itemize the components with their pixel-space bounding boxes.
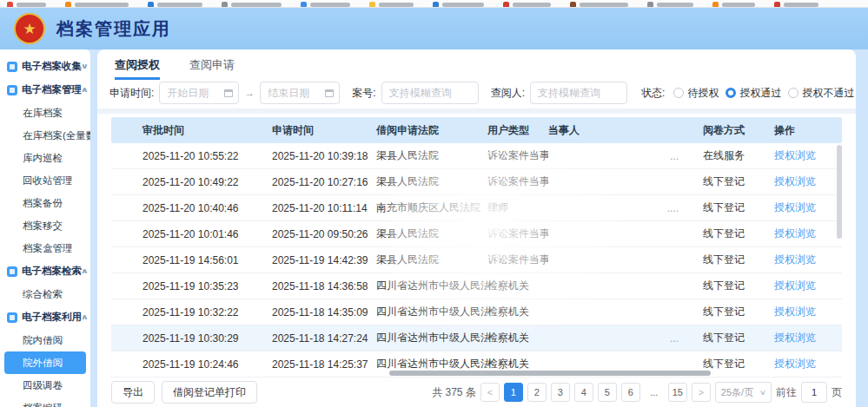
reader-input[interactable] <box>530 82 627 104</box>
sidebar-group-电子档案管理[interactable]: 电子档案管理∧ <box>0 78 90 102</box>
end-date-input[interactable] <box>260 82 340 104</box>
prev-page-button[interactable]: < <box>480 383 500 402</box>
sidebar-group-label: 电子档案收集 <box>22 60 82 73</box>
cell-action: 授权浏览 <box>774 279 842 293</box>
authorize-view-link[interactable]: 授权浏览 <box>774 175 816 187</box>
status-radio-授权不通过[interactable]: 授权不通过 <box>788 86 854 101</box>
cell-action: 授权浏览 <box>774 357 842 371</box>
tab-查阅申请[interactable]: 查阅申请 <box>189 57 235 77</box>
sidebar-group-电子档案检索[interactable]: 电子档案检索∧ <box>0 259 90 283</box>
sidebar-item-院内借阅[interactable]: 院内借阅 <box>0 329 90 351</box>
cell-apply-time: 2025-11-18 14:25:37 <box>272 358 376 371</box>
page-button-2[interactable]: 2 <box>527 383 547 402</box>
radio-label: 授权通过 <box>739 86 781 101</box>
authorize-view-link[interactable]: 授权浏览 <box>774 332 816 344</box>
bookmark-item[interactable] <box>222 2 282 8</box>
page-button-1[interactable]: 1 <box>504 383 523 402</box>
case-number-input[interactable] <box>381 82 479 104</box>
table-row[interactable]: 2025-11-19 10:32:222025-11-18 14:35:09四川… <box>111 299 842 325</box>
page-button-3[interactable]: 3 <box>551 383 570 402</box>
folder-icon <box>7 85 17 95</box>
goto-label: 前往 <box>776 385 797 400</box>
authorize-view-link[interactable]: 授权浏览 <box>774 149 816 161</box>
sidebar-group-电子档案收集[interactable]: 电子档案收集∨ <box>0 55 90 78</box>
column-header-借阅申请法院: 借阅申请法院 <box>376 123 487 138</box>
sidebar-item-在库档案(全量数据)[interactable]: 在库档案(全量数据) <box>0 124 90 147</box>
page-size-select[interactable]: 25条/页 ∨ <box>715 382 772 403</box>
table-row[interactable]: 2025-11-20 10:40:462025-11-20 10:11:14南充… <box>111 195 842 221</box>
sidebar-item-院外借阅[interactable]: 院外借阅 <box>4 351 86 374</box>
bookmark-item[interactable] <box>570 2 628 8</box>
next-page-button[interactable]: > <box>692 383 711 402</box>
folder-icon <box>7 312 17 323</box>
table-header-row: 审批时间申请时间借阅申请法院用户类型当事人阅卷方式操作 <box>111 117 842 143</box>
cell-apply-time: 2025-11-18 14:36:58 <box>272 280 376 292</box>
page-button-5[interactable]: 5 <box>598 383 617 402</box>
end-date-field[interactable] <box>260 82 340 104</box>
cell-approve-time: 2025-11-20 10:49:22 <box>111 176 272 188</box>
sidebar-item-回收站管理[interactable]: 回收站管理 <box>0 169 90 192</box>
table-vertical-scrollbar[interactable] <box>837 145 842 369</box>
table-row[interactable]: 2025-11-19 10:30:292025-11-18 14:27:24四川… <box>111 325 842 351</box>
cell-court: 南充市顺庆区人民法院 <box>376 200 487 215</box>
table-row[interactable]: 2025-11-20 10:49:222025-11-20 10:27:16渠县… <box>111 169 842 195</box>
case-number-field[interactable] <box>381 82 479 104</box>
table-row[interactable]: 2025-11-19 14:56:012025-11-19 14:42:39渠县… <box>111 247 842 273</box>
authorize-view-link[interactable]: 授权浏览 <box>774 201 816 213</box>
authorize-view-link[interactable]: 授权浏览 <box>774 358 816 370</box>
cell-apply-time: 2025-11-18 14:27:24 <box>272 332 376 345</box>
cell-apply-time: 2025-11-20 09:50:26 <box>272 228 376 240</box>
bookmark-item[interactable] <box>503 2 551 8</box>
bookmark-item[interactable] <box>7 2 46 8</box>
table-row[interactable]: 2025-11-20 10:55:222025-11-20 10:39:18渠县… <box>111 143 842 169</box>
reader-field[interactable] <box>530 82 627 104</box>
sidebar-item-综合检索[interactable]: 综合检索 <box>0 283 90 305</box>
start-date-input[interactable] <box>159 82 239 104</box>
sidebar-item-档案盒管理[interactable]: 档案盒管理 <box>0 237 90 259</box>
authorize-view-link[interactable]: 授权浏览 <box>774 279 816 292</box>
cell-method: 线下登记 <box>703 174 774 189</box>
sidebar-item-四级调卷[interactable]: 四级调卷 <box>0 374 90 397</box>
bookmark-item[interactable] <box>774 2 818 8</box>
filter-bar: 申请时间: → 案号: 查阅人: 状态: 待授权授权通过授权不通过 阅卷方式: … <box>97 77 856 114</box>
sidebar-item-档案编研[interactable]: 档案编研 <box>0 397 90 407</box>
page-button-4[interactable]: 4 <box>574 383 593 402</box>
sidebar-item-在库档案[interactable]: 在库档案 <box>0 102 90 124</box>
authorize-view-link[interactable]: 授权浏览 <box>774 227 816 240</box>
bookmark-item[interactable] <box>148 2 202 8</box>
cell-apply-time: 2025-11-18 14:35:09 <box>272 306 376 318</box>
table-row[interactable]: 2025-11-20 10:01:462025-11-20 09:50:26渠县… <box>111 221 842 247</box>
bookmark-item[interactable] <box>369 2 414 8</box>
table-row[interactable]: 2025-11-19 10:35:232025-11-18 14:36:58四川… <box>111 273 842 299</box>
app-header: ★ 档案管理应用 <box>0 8 868 49</box>
status-radio-授权通过[interactable]: 授权通过 <box>726 86 781 101</box>
page-button-6[interactable]: 6 <box>621 383 640 402</box>
sidebar-group-电子档案利用[interactable]: 电子档案利用∧ <box>0 305 90 329</box>
bookmark-item[interactable] <box>433 2 484 8</box>
bookmark-item[interactable] <box>712 2 755 8</box>
bookmark-item[interactable] <box>647 2 693 8</box>
status-radio-待授权[interactable]: 待授权 <box>673 86 719 101</box>
cell-user-type: 律师 <box>487 200 548 215</box>
sidebar-item-档案备份[interactable]: 档案备份 <box>0 192 90 214</box>
tab-查阅授权[interactable]: 查阅授权 <box>115 57 160 77</box>
bookmark-label <box>75 3 129 7</box>
bookmark-item[interactable] <box>301 2 350 8</box>
sidebar-item-库内巡检[interactable]: 库内巡检 <box>0 147 90 169</box>
start-date-field[interactable] <box>159 82 239 104</box>
table-horizontal-scrollbar[interactable] <box>111 371 842 376</box>
goto-page-input[interactable] <box>801 382 827 403</box>
cell-action: 授权浏览 <box>774 174 842 189</box>
sidebar-item-档案移交[interactable]: 档案移交 <box>0 214 90 237</box>
authorize-view-link[interactable]: 授权浏览 <box>774 253 816 266</box>
print-borrow-form-button[interactable]: 借阅登记单打印 <box>162 381 257 404</box>
cell-approve-time: 2025-11-19 10:32:22 <box>111 306 272 318</box>
authorize-view-link[interactable]: 授权浏览 <box>774 305 816 318</box>
page-button-15[interactable]: 15 <box>668 383 687 402</box>
bookmark-item[interactable] <box>65 2 129 8</box>
export-button[interactable]: 导出 <box>111 381 155 404</box>
bookmark-label <box>157 3 202 7</box>
sidebar-group-label: 电子档案管理 <box>22 83 82 96</box>
cell-court: 四川省达州市中级人民法院 <box>376 331 487 345</box>
court-emblem-logo: ★ <box>14 13 45 44</box>
